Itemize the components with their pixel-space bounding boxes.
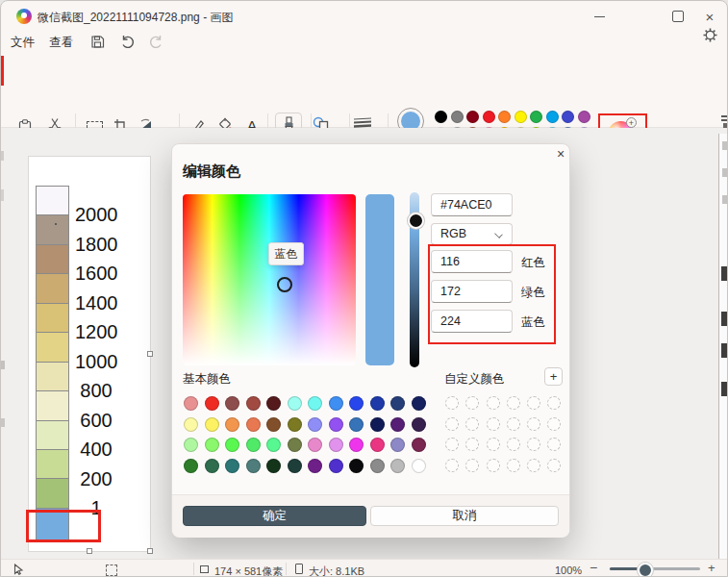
canvas-resize-handle-corner[interactable] (147, 548, 153, 554)
color-mode-dropdown[interactable]: RGB (431, 223, 513, 245)
palette-color[interactable] (466, 111, 479, 123)
basic-color-swatch[interactable] (288, 438, 302, 452)
basic-color-swatch[interactable] (329, 438, 343, 452)
basic-color-swatch[interactable] (349, 438, 364, 452)
zoom-in-button[interactable]: + (708, 561, 715, 575)
palette-color[interactable] (515, 111, 527, 123)
basic-color-swatch[interactable] (184, 396, 198, 411)
basic-color-swatch[interactable] (205, 417, 219, 432)
basic-color-swatch[interactable] (412, 396, 426, 411)
maximize-button[interactable] (665, 4, 691, 29)
custom-color-slot[interactable] (487, 438, 500, 451)
zoom-slider-thumb[interactable] (638, 563, 653, 577)
menu-view[interactable]: 查看 (49, 35, 73, 51)
custom-color-slot[interactable] (527, 417, 540, 431)
basic-color-swatch[interactable] (184, 438, 198, 452)
custom-color-slot[interactable] (527, 438, 540, 451)
custom-color-slot[interactable] (487, 396, 500, 410)
custom-color-slot[interactable] (547, 417, 561, 431)
basic-color-swatch[interactable] (349, 459, 364, 473)
close-button[interactable]: × (696, 4, 723, 29)
basic-color-swatch[interactable] (205, 396, 219, 411)
basic-color-swatch[interactable] (266, 396, 281, 411)
palette-color[interactable] (483, 111, 495, 123)
undo-button[interactable] (120, 35, 136, 53)
custom-color-slot[interactable] (507, 417, 520, 431)
basic-color-swatch[interactable] (246, 417, 261, 432)
save-button[interactable] (90, 35, 105, 53)
basic-color-swatch[interactable] (329, 396, 343, 411)
hex-input[interactable] (431, 193, 513, 216)
color-field[interactable] (183, 194, 356, 365)
basic-color-swatch[interactable] (390, 438, 405, 452)
basic-color-swatch[interactable] (246, 396, 261, 411)
custom-color-slot[interactable] (465, 417, 479, 431)
basic-color-swatch[interactable] (308, 438, 322, 452)
basic-color-swatch[interactable] (349, 396, 364, 411)
basic-color-swatch[interactable] (288, 459, 302, 473)
custom-color-slot[interactable] (547, 438, 561, 451)
custom-color-slot[interactable] (487, 459, 500, 472)
custom-color-slot[interactable] (487, 417, 500, 431)
dialog-close-button[interactable]: × (551, 145, 570, 164)
cancel-button[interactable]: 取消 (370, 506, 559, 526)
value-slider-thumb[interactable] (408, 213, 424, 229)
palette-color[interactable] (530, 111, 542, 123)
palette-color[interactable] (451, 111, 464, 123)
redo-button[interactable] (148, 35, 163, 53)
basic-color-swatch[interactable] (390, 417, 405, 432)
basic-color-swatch[interactable] (184, 459, 198, 473)
basic-color-swatch[interactable] (412, 459, 426, 473)
basic-color-swatch[interactable] (288, 396, 302, 411)
palette-color[interactable] (546, 111, 559, 123)
basic-color-swatch[interactable] (225, 396, 239, 411)
basic-color-swatch[interactable] (390, 396, 405, 411)
palette-color[interactable] (498, 111, 511, 123)
custom-color-slot[interactable] (465, 459, 479, 472)
basic-color-swatch[interactable] (266, 438, 281, 452)
zoom-out-button[interactable]: − (590, 560, 597, 575)
basic-color-swatch[interactable] (412, 417, 426, 432)
palette-color[interactable] (435, 111, 447, 123)
custom-color-slot[interactable] (465, 438, 479, 451)
custom-color-slot[interactable] (507, 459, 520, 472)
zoom-slider-track[interactable] (610, 567, 700, 570)
add-custom-color-button[interactable]: + (544, 367, 563, 386)
custom-color-slot[interactable] (445, 459, 459, 472)
basic-color-swatch[interactable] (246, 459, 261, 473)
basic-color-swatch[interactable] (225, 417, 239, 432)
palette-color[interactable] (578, 111, 590, 123)
basic-color-swatch[interactable] (266, 459, 281, 473)
basic-color-swatch[interactable] (370, 396, 385, 411)
custom-color-slot[interactable] (507, 396, 520, 410)
palette-color[interactable] (562, 111, 574, 123)
basic-color-swatch[interactable] (370, 438, 385, 452)
basic-color-swatch[interactable] (390, 459, 405, 473)
minimize-button[interactable] (586, 4, 613, 29)
basic-color-swatch[interactable] (225, 459, 239, 473)
basic-color-swatch[interactable] (205, 438, 219, 452)
basic-color-swatch[interactable] (246, 438, 261, 452)
basic-color-swatch[interactable] (329, 459, 343, 473)
custom-color-slot[interactable] (547, 396, 561, 410)
settings-button[interactable] (702, 27, 718, 47)
basic-color-swatch[interactable] (329, 417, 343, 432)
basic-color-swatch[interactable] (370, 417, 385, 432)
basic-color-swatch[interactable] (412, 438, 426, 452)
canvas-resize-handle-right[interactable] (147, 351, 153, 357)
basic-color-swatch[interactable] (308, 417, 322, 432)
custom-color-slot[interactable] (547, 459, 561, 472)
custom-color-slot[interactable] (445, 396, 459, 410)
canvas-resize-handle-bottom[interactable] (87, 548, 92, 554)
color-field-marker[interactable] (277, 277, 292, 292)
basic-color-swatch[interactable] (266, 417, 281, 432)
basic-color-swatch[interactable] (370, 459, 385, 473)
basic-color-swatch[interactable] (225, 438, 239, 452)
basic-color-swatch[interactable] (288, 417, 302, 432)
ok-button[interactable]: 确定 (183, 506, 366, 526)
custom-color-slot[interactable] (445, 417, 459, 431)
menu-file[interactable]: 文件 (11, 35, 35, 51)
custom-color-slot[interactable] (507, 438, 520, 451)
custom-color-slot[interactable] (445, 438, 459, 451)
basic-color-swatch[interactable] (205, 459, 219, 473)
